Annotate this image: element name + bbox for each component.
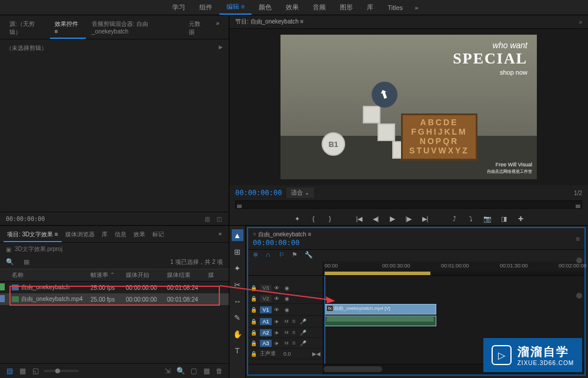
track-a3[interactable]: 🔒A3🕩MS🎤	[248, 338, 323, 349]
video-clip[interactable]: fx自由_onekeybatch.mp4 [V]	[325, 304, 436, 315]
project-filename: 3D文字效果.prproj	[15, 245, 223, 253]
settings-icon[interactable]: ⚑	[292, 251, 300, 259]
program-timecode[interactable]: 00:00:00:00	[235, 189, 282, 197]
layout-icon[interactable]: ▦	[24, 258, 32, 266]
lift-icon[interactable]: ⤴	[449, 213, 460, 224]
ws-tab-color[interactable]: 颜色	[252, 1, 279, 14]
timeline-timecode[interactable]: 00:00:00:00	[253, 239, 312, 247]
find-icon[interactable]: 🔍	[176, 366, 185, 376]
project-overflow-icon[interactable]: »	[215, 228, 225, 242]
col-fps[interactable]: 帧速率 ⌃	[91, 271, 126, 279]
track-a1[interactable]: 🔒A1🕩MS🎤	[248, 316, 323, 327]
list-view-icon[interactable]: ▤	[5, 366, 14, 376]
new-item-icon[interactable]: ▦	[202, 366, 211, 376]
sequence-name[interactable]: × 自由_onekeybatch ≡	[253, 230, 312, 239]
new-bin-icon[interactable]: ▢	[189, 366, 198, 376]
tab-effect-controls[interactable]: 效果控件 ≡	[50, 18, 86, 39]
pen-tool-icon[interactable]: ✎	[232, 312, 243, 323]
project-row-sequence[interactable]: 自由_onekeybatch 25.00 fps 00:00:00:00 00:…	[0, 282, 229, 293]
timeline-menu-icon[interactable]: ≡	[576, 235, 580, 242]
icon-view-icon[interactable]: ▦	[18, 366, 27, 376]
work-area-bar[interactable]	[325, 272, 430, 275]
tab-metadata[interactable]: 元数据	[184, 18, 210, 39]
track-v1[interactable]: 🔒V1👁◉	[248, 304, 323, 316]
source-tool-icon-2[interactable]: ◫	[215, 215, 223, 223]
source-tool-icon-1[interactable]: ▥	[203, 215, 211, 223]
ripple-tool-icon[interactable]: ✦	[232, 262, 243, 274]
track-headers: 🔒V3👁◉ 🔒V2👁◉ 🔒V1👁◉ 🔒A1🕩MS🎤 🔒A2🕩MS🎤 🔒A3🕩MS…	[248, 276, 323, 364]
go-in-icon[interactable]: |◀	[354, 213, 365, 224]
v-zoom-handle-mid[interactable]	[576, 293, 582, 299]
watermark-url: ZIXUE.3D66.COM	[517, 360, 574, 366]
timeline-ruler[interactable]: 00:00 00:00:30:00 00:01:00:00 00:01:30:0…	[323, 262, 584, 275]
ws-tab-graphics[interactable]: 图形	[333, 1, 360, 14]
track-a2[interactable]: 🔒A2🕩MS🎤	[248, 327, 323, 338]
ws-tab-learn[interactable]: 学习	[165, 1, 192, 14]
wrench-icon[interactable]: 🔧	[305, 251, 313, 259]
track-v2[interactable]: 🔒V2👁◉	[248, 293, 323, 304]
tab-audio-mixer[interactable]: 音频剪辑混合器: 自由_onekeybatch	[87, 18, 183, 39]
tab-effects[interactable]: 效果	[130, 228, 149, 242]
ws-tab-library[interactable]: 库	[360, 1, 380, 14]
v-zoom-handle-top[interactable]	[576, 257, 582, 263]
search-icon[interactable]: 🔍	[6, 258, 14, 266]
hand-tool-icon[interactable]: ✋	[232, 328, 243, 340]
slip-tool-icon[interactable]: ↔	[232, 295, 243, 307]
settings-icon[interactable]: ✚	[515, 213, 526, 224]
ws-tab-effects[interactable]: 效果	[279, 1, 306, 14]
mark-out-icon[interactable]: }	[325, 213, 335, 224]
step-back-icon[interactable]: ◀|	[370, 213, 381, 224]
mark-in-icon[interactable]: {	[308, 213, 319, 224]
source-panel: 源:（无剪辑） 效果控件 ≡ 音频剪辑混合器: 自由_onekeybatch 元…	[0, 15, 229, 226]
snap-icon[interactable]: ※	[253, 251, 261, 259]
selection-tool-icon[interactable]: ▲	[232, 229, 243, 241]
project-row-clip[interactable]: 自由_onekeybatch.mp4 25.00 fps 00:00:00:00…	[0, 293, 229, 305]
preview-alphabet: ABCDE FGHIJKLM NOPQR STUVWXYZ	[401, 113, 477, 160]
fit-dropdown[interactable]: 适合 ⌄	[286, 188, 314, 198]
tab-library[interactable]: 库	[98, 228, 111, 242]
collapse-icon[interactable]: ▶	[219, 44, 223, 50]
trash-icon[interactable]: 🗑	[215, 366, 224, 376]
ws-tab-assembly[interactable]: 组件	[192, 1, 219, 14]
auto-sequence-icon[interactable]: ⇲	[163, 366, 172, 376]
col-name[interactable]: 名称	[8, 271, 91, 279]
track-select-tool-icon[interactable]: ⊞	[232, 246, 243, 257]
marker-icon[interactable]: ⚐	[279, 251, 287, 259]
link-icon[interactable]: ∩	[266, 251, 274, 259]
program-preview[interactable]: who want SPECIAL shop now B1 ⬆ ABCDE FGH…	[280, 35, 537, 179]
ws-tab-audio[interactable]: 音频	[306, 1, 333, 14]
program-scrubber[interactable]	[235, 200, 582, 209]
export-frame-icon[interactable]: 📷	[482, 213, 493, 224]
tab-source[interactable]: 源:（无剪辑）	[5, 18, 49, 39]
col-media[interactable]: 媒	[208, 271, 226, 279]
tools-palette: ▲ ⊞ ✦ ✂ ↔ ✎ ✋ T	[229, 226, 246, 378]
ws-tab-titles[interactable]: Titles	[380, 2, 410, 14]
step-fwd-icon[interactable]: |▶	[403, 213, 414, 224]
tab-project[interactable]: 项目: 3D文字效果 ≡	[4, 228, 62, 242]
playhead[interactable]	[325, 276, 325, 364]
color-chip	[0, 283, 5, 290]
ws-tab-editing[interactable]: 编辑 ≡	[219, 0, 252, 15]
source-timecode[interactable]: 00:00:00:00	[6, 216, 45, 222]
tab-markers[interactable]: 标记	[149, 228, 168, 242]
zoom-slider[interactable]	[44, 370, 79, 372]
freeform-view-icon[interactable]: ◱	[31, 366, 40, 376]
track-v3[interactable]: 🔒V3👁◉	[248, 283, 323, 293]
track-master[interactable]: 🔒主声道 0.0▶◀	[248, 349, 323, 359]
col-start[interactable]: 媒体开始	[126, 271, 167, 279]
razor-tool-icon[interactable]: ✂	[232, 279, 243, 290]
audio-clip[interactable]	[325, 316, 436, 326]
play-icon[interactable]: ▶	[387, 213, 397, 224]
program-menu-icon[interactable]: »	[579, 19, 582, 25]
source-overflow-icon[interactable]: »	[211, 18, 224, 39]
tab-media-browser[interactable]: 媒体浏览器	[62, 228, 98, 242]
type-tool-icon[interactable]: T	[232, 344, 243, 356]
page-indicator: 1/2	[574, 190, 582, 196]
extract-icon[interactable]: ⤵	[466, 213, 476, 224]
add-marker-icon[interactable]: ✦	[292, 213, 302, 224]
ws-overflow-icon[interactable]: »	[410, 4, 423, 11]
col-end[interactable]: 媒体结束	[167, 271, 208, 279]
tab-info[interactable]: 信息	[111, 228, 130, 242]
comparison-icon[interactable]: ◨	[499, 213, 509, 224]
go-out-icon[interactable]: ▶|	[420, 213, 430, 224]
